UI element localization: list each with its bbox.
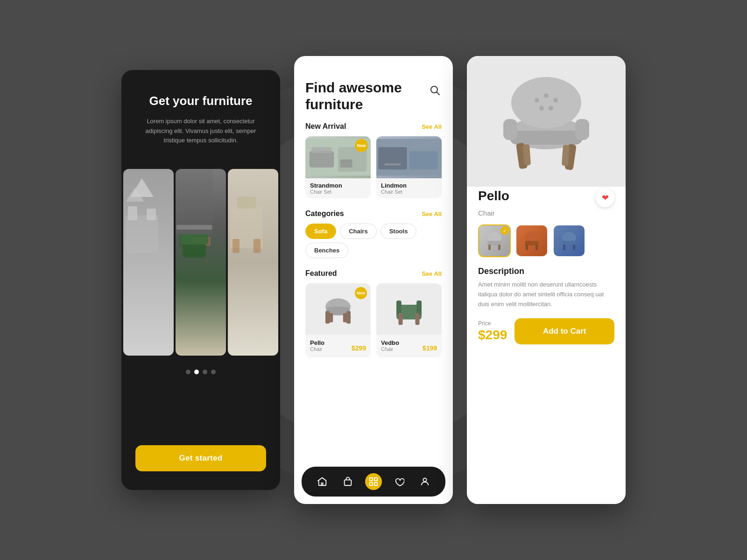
nav-bag[interactable] <box>339 473 356 490</box>
new-arrival-see-all[interactable]: See All <box>422 123 442 130</box>
featured-header: Featured See All <box>294 269 453 278</box>
bottom-nav <box>302 467 445 497</box>
svg-rect-9 <box>176 225 212 230</box>
search-icon <box>430 85 440 96</box>
svg-rect-31 <box>329 313 333 322</box>
screens-container: Get your furniture Lorem ipsum dolor sit… <box>121 56 626 504</box>
nav-heart[interactable] <box>391 473 408 490</box>
svg-rect-52 <box>503 119 517 140</box>
svg-rect-40 <box>370 478 373 481</box>
arrival-img-lindmon <box>376 136 442 178</box>
svg-rect-15 <box>254 239 261 253</box>
home-icon <box>317 476 327 487</box>
dot-4 <box>211 370 216 374</box>
svg-rect-11 <box>180 234 208 245</box>
wishlist-button[interactable]: ❤ <box>596 189 614 207</box>
new-arrival-header: New Arrival See All <box>294 122 453 131</box>
color-swatch-blue[interactable] <box>553 224 585 257</box>
svg-point-46 <box>511 77 581 128</box>
arrival-info-lindmon: Lindmon Chair Set <box>376 178 442 198</box>
svg-rect-34 <box>396 301 402 315</box>
arrival-card-strandmon[interactable]: New Strandmon Chair Set <box>305 136 371 198</box>
dot-2 <box>194 370 199 374</box>
svg-rect-35 <box>416 301 422 315</box>
svg-rect-62 <box>498 245 500 250</box>
room-image-center <box>176 169 226 356</box>
category-chip-stools[interactable]: Stools <box>381 224 417 239</box>
screen-browse: Find awesome furniture New Arrival See A… <box>294 56 453 504</box>
arrival-sub-strandmon: Chair Set <box>310 189 366 195</box>
categories-see-all[interactable]: See All <box>422 210 442 217</box>
svg-rect-32 <box>343 313 347 322</box>
featured-new-badge-pello: New <box>355 287 367 299</box>
svg-rect-41 <box>374 478 377 481</box>
new-arrival-cards: New Strandmon Chair Set Lind <box>294 136 453 198</box>
product-detail-content: Pello ❤ Chair <box>467 177 626 504</box>
price-row: Price $299 Add to Cart <box>478 318 614 344</box>
svg-rect-20 <box>311 147 332 153</box>
dot-3 <box>203 370 207 374</box>
categories-title: Categories <box>305 210 344 218</box>
category-chip-benches[interactable]: Benches <box>305 243 348 258</box>
product-name-row: Pello ❤ <box>478 189 614 207</box>
svg-point-58 <box>549 106 553 111</box>
svg-rect-61 <box>488 245 491 250</box>
category-chip-sofa[interactable]: Sofa <box>305 224 336 239</box>
onboarding-content: Get your furniture Lorem ipsum dolor sit… <box>121 70 280 160</box>
svg-rect-70 <box>573 245 575 250</box>
featured-sub-pello: Chair <box>310 346 324 352</box>
product-image-area <box>467 56 626 187</box>
featured-info-vedbo: Vedbo Chair $199 <box>376 335 442 357</box>
svg-rect-13 <box>237 197 256 209</box>
svg-rect-37 <box>416 313 420 325</box>
svg-rect-38 <box>321 483 324 485</box>
svg-rect-43 <box>374 483 377 485</box>
arrival-card-lindmon[interactable]: Lindmon Chair Set <box>376 136 442 198</box>
get-started-button[interactable]: Get started <box>135 445 266 471</box>
screen-onboarding: Get your furniture Lorem ipsum dolor sit… <box>121 70 280 490</box>
svg-rect-25 <box>409 151 437 169</box>
svg-point-44 <box>423 478 427 482</box>
featured-title: Featured <box>305 269 337 278</box>
onboarding-images <box>121 169 280 356</box>
search-button[interactable] <box>429 82 442 99</box>
check-mark: ✓ <box>500 226 509 235</box>
svg-rect-42 <box>370 483 373 485</box>
product-chair-image <box>490 65 602 177</box>
svg-rect-0 <box>126 216 158 253</box>
svg-rect-10 <box>183 244 206 258</box>
category-chip-chairs[interactable]: Chairs <box>340 224 376 239</box>
color-swatch-wrap-gray: ✓ <box>478 224 511 257</box>
add-to-cart-button[interactable]: Add to Cart <box>514 318 614 344</box>
bag-icon <box>343 476 353 487</box>
svg-rect-53 <box>575 119 589 140</box>
featured-name-pello: Pello <box>310 339 324 346</box>
featured-card-pello[interactable]: New Pello Chair $299 <box>305 283 371 357</box>
featured-card-vedbo[interactable]: Vedbo Chair $199 <box>376 283 442 357</box>
featured-price-vedbo: $199 <box>423 344 437 352</box>
featured-sub-vedbo: Chair <box>381 346 399 352</box>
new-badge-strandmon: New <box>355 139 368 152</box>
svg-rect-14 <box>233 239 240 253</box>
color-options: ✓ <box>478 224 614 257</box>
featured-see-all[interactable]: See All <box>422 270 442 277</box>
svg-point-55 <box>544 93 549 98</box>
svg-point-57 <box>539 106 544 111</box>
arrival-name-lindmon: Lindmon <box>381 182 437 189</box>
svg-rect-1 <box>128 206 137 220</box>
scan-icon <box>368 476 379 487</box>
nav-home[interactable] <box>314 473 331 490</box>
new-arrival-title: New Arrival <box>305 122 346 131</box>
svg-rect-36 <box>399 313 403 325</box>
browse-title: Find awesome furniture <box>305 79 429 113</box>
nav-scan[interactable] <box>365 473 382 490</box>
color-swatch-orange[interactable] <box>515 224 548 257</box>
svg-point-56 <box>553 98 558 103</box>
nav-user[interactable] <box>416 473 433 490</box>
arrival-name-strandmon: Strandmon <box>310 182 366 189</box>
swatch-img-orange <box>516 225 547 256</box>
onboarding-subtitle: Lorem ipsum dolor sit amet, consectetur … <box>135 117 266 146</box>
price-block: Price $299 <box>478 320 507 343</box>
svg-rect-65 <box>526 245 528 250</box>
svg-rect-47 <box>510 131 583 145</box>
